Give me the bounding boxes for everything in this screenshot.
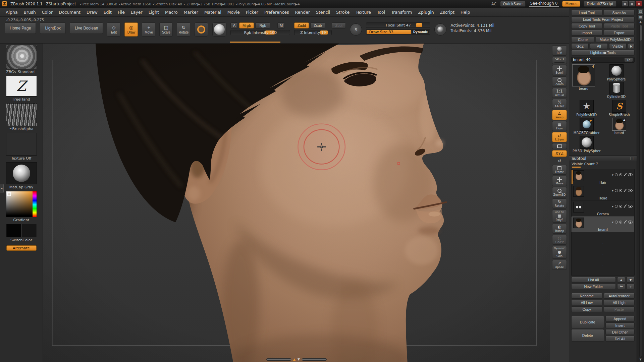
draw-size-slider[interactable]: Draw Size 33 Dynamic [366,29,430,35]
panel-split-icon[interactable]: ▦ [638,15,643,19]
brush-toggle-icon[interactable] [624,204,627,208]
rgb-intensity-slider[interactable]: Rgb Intensity 100 [230,30,290,35]
scrollbar-left-handle[interactable] [266,358,291,361]
texture-picker[interactable]: Texture Off [6,133,37,161]
menu-stencil[interactable]: Stencil [313,9,333,15]
scale-mode-button[interactable]: ◱ Scale [159,22,173,37]
chevron-down-icon[interactable]: ▾ [612,189,613,192]
menu-zplugin[interactable]: Zplugin [415,9,437,15]
menu-edit[interactable]: Edit [101,9,115,15]
menu-macro[interactable]: Macro [162,9,181,15]
spix-slider[interactable]: SPix 3 [552,57,567,64]
tool-item-polymesh3d[interactable]: ★ PolyMesh3D [571,100,602,117]
scroll-up-icon[interactable]: ▲ [293,358,296,361]
local-symmetry-button[interactable]: ⇄ L.Sym [552,132,567,142]
menu-stroke[interactable]: Stroke [333,9,353,15]
save-as-button[interactable]: Save As [604,10,635,15]
menu-movie[interactable]: Movie [224,9,243,15]
left-divider-tab[interactable]: ◂ [0,184,4,193]
goz-visible-button[interactable]: Visible [609,43,627,49]
z-intensity-slider[interactable]: Z Intensity 19 [294,30,332,35]
subtool-menu-dots-icon[interactable]: ⋮⋮ [629,157,634,160]
bpr-button[interactable]: BPR [552,45,567,56]
subtool-header[interactable]: Subtool ⋮⋮ [569,156,637,161]
scrollbar-up-icon[interactable]: ▲ [639,20,641,23]
menu-picker[interactable]: Picker [243,9,261,15]
alpha-picker[interactable]: ~BrushAlpha [6,103,37,131]
polypaint-toggle-icon[interactable] [615,173,618,176]
menu-color[interactable]: Color [39,9,56,15]
subtool-row-cornea[interactable]: ▾ Cornea [572,201,634,217]
tool-item-simplebrush[interactable]: S SimpleBrush [604,100,635,117]
rotate-mode-button[interactable]: ↻ Rotate [177,22,190,37]
menu-file[interactable]: File [115,9,128,15]
menu-render[interactable]: Render [292,9,313,15]
move-to-folder-button[interactable]: ↪ [617,284,625,289]
stroke-picker[interactable]: Z FreeHand [6,76,37,102]
scroll-button[interactable]: Scroll [552,65,567,75]
tool-item-beard-small[interactable]: 4 beard [604,118,635,135]
menu-document[interactable]: Document [56,9,84,15]
xpose-button[interactable]: ↗ Xpose [552,260,567,270]
brush-picker[interactable]: ZBGs_Standard_ [6,45,37,74]
list-all-button[interactable]: List All [571,277,616,283]
rotate-view-button[interactable]: ↻ Rotate [552,198,567,208]
menu-transform[interactable]: Transform [388,9,415,15]
visibility-eye-icon[interactable] [628,189,633,192]
polyframe-button[interactable]: Line Fill ▦ PolyF [552,209,567,223]
edit-mode-button[interactable]: ◇ Edit [107,22,120,37]
quicksketch-button[interactable] [552,143,567,149]
window-layout-icon[interactable]: ▦ [622,1,628,6]
zoom3d-button[interactable]: Zoom3D [552,187,567,197]
dynamic-badge[interactable]: Dynamic [412,30,429,34]
visibility-eye-icon[interactable] [628,205,633,208]
make-polymesh3d-button[interactable]: Make PolyMesh3D [596,37,635,42]
stroke-thumbnail[interactable]: Z [6,76,37,97]
insert-button[interactable]: Insert [605,322,635,328]
append-button[interactable]: Append [605,316,635,321]
menus-toggle[interactable]: Menus [562,1,580,7]
window-restore-icon[interactable]: ▦ [629,1,635,6]
menu-layer[interactable]: Layer [128,9,146,15]
home-page-button[interactable]: Home Page [5,22,36,34]
chevron-down-icon[interactable]: ▾ [612,173,613,177]
copy-subtool-button[interactable]: Copy [571,306,602,312]
tool-r-button[interactable]: R [624,58,633,62]
goz-all-button[interactable]: All [590,43,607,49]
transp-button[interactable]: ◐ Transp [552,224,567,234]
live-boolean-button[interactable]: Live Boolean [70,22,103,34]
tool-item-mrgbzgrabber[interactable]: MRGBZGrabber [571,118,602,135]
polypaint-toggle-icon[interactable] [615,205,618,208]
subtool-up-button[interactable]: ▲ [617,277,625,283]
persp-button[interactable]: ∠ Persp [552,110,567,120]
default-zscript-button[interactable]: DefaultZScript [584,1,616,7]
menu-zscript[interactable]: Zscript [437,9,458,15]
polypaint-toggle-icon[interactable] [615,189,618,192]
aahalf-button[interactable]: ½ AAHalf [552,99,567,109]
load-tool-button[interactable]: Load Tool [571,10,602,15]
actual-button[interactable]: 1:1 Actual [552,88,567,98]
gradient-picker[interactable] [6,191,37,217]
zoom-button[interactable]: Zoom [552,76,567,87]
ghost-button[interactable]: ○ Ghost [552,235,567,245]
goz-r-button[interactable]: R [628,43,635,49]
menu-draw[interactable]: Draw [84,9,101,15]
hue-strip[interactable] [33,191,37,217]
clone-button[interactable]: Clone [571,37,594,42]
new-folder-button[interactable]: New Folder [571,284,616,289]
import-button[interactable]: Import [571,30,602,36]
menu-preferences[interactable]: Preferences [261,9,292,15]
menu-texture[interactable]: Texture [353,9,374,15]
del-other-button[interactable]: Del Other [605,329,635,335]
visibility-eye-icon[interactable] [628,173,633,176]
rename-button[interactable]: Rename [571,293,602,299]
goz-button[interactable]: GoZ [571,43,589,49]
menu-brush[interactable]: Brush [21,9,39,15]
chevron-down-icon[interactable]: ▾ [612,221,613,224]
focal-shift-knob[interactable] [416,23,422,27]
sculpt-canvas[interactable]: ▲ ▼ [43,44,550,362]
subtool-down-button[interactable]: ▼ [627,277,635,283]
stroke-picker-widget[interactable]: S [350,23,362,36]
a-button[interactable]: A [230,22,238,28]
mrgb-button[interactable]: Mrgb [239,22,254,28]
